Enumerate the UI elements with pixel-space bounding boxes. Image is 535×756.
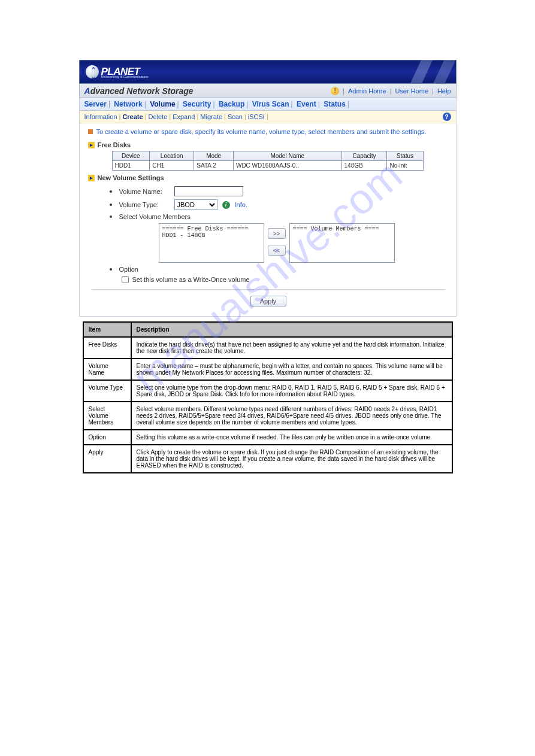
bullet-icon [110, 190, 112, 193]
bullet-icon [110, 268, 112, 271]
label-select-members: Select Volume Members [119, 213, 191, 220]
subtab-create[interactable]: Create [122, 113, 143, 120]
link-admin-home[interactable]: Admin Home [348, 87, 386, 95]
label-volume-name: Volume Name: [119, 188, 170, 195]
table-row: Select Volume MembersSelect volume membe… [83, 402, 452, 430]
header-links: ! | Admin Home | User Home | Help [331, 87, 451, 95]
bullet-icon [88, 129, 93, 134]
link-user-home[interactable]: User Home [395, 87, 428, 95]
table-row: HDD1 CH1 SATA 2 WDC WD1600AAJS-0.. 148GB… [112, 161, 423, 171]
table-row: Volume TypeSelect one volume type from t… [83, 380, 452, 402]
bullet-icon [110, 215, 112, 218]
title-bar: Advanced Network Storage ! | Admin Home … [79, 84, 457, 98]
brand-subtitle: Networking & Communication [101, 75, 149, 78]
table-row: OptionSetting this volume as a write-onc… [83, 430, 452, 445]
label-option: Option [119, 266, 138, 273]
remove-member-button[interactable]: << [268, 245, 286, 256]
description-table: Item Description Free DisksIndicate the … [83, 321, 453, 473]
label-volume-type: Volume Type: [119, 201, 170, 208]
free-disks-listbox[interactable]: ====== Free Disks ====== HDD1 - 148GB [159, 223, 264, 263]
volume-members-listbox[interactable]: ==== Volume Members ==== [289, 223, 395, 263]
subtab-delete[interactable]: Delete [149, 113, 168, 120]
tab-virus-scan[interactable]: Virus Scan [252, 100, 289, 108]
tabs-main: Server| Network| Volume| Security| Backu… [80, 98, 456, 111]
subtab-iscsi[interactable]: iSCSI [248, 113, 265, 120]
col-device: Device [112, 151, 150, 161]
subtab-scan[interactable]: Scan [228, 113, 243, 120]
main-panel: Server| Network| Volume| Security| Backu… [79, 98, 457, 317]
write-once-checkbox[interactable] [122, 276, 129, 283]
tab-backup[interactable]: Backup [219, 100, 244, 108]
col-status: Status [387, 151, 423, 161]
table-row: ApplyClick Apply to create the volume or… [83, 445, 452, 473]
tab-security[interactable]: Security [183, 100, 211, 108]
volume-type-select[interactable]: JBOD [174, 199, 217, 210]
arrow-icon: ▸ [88, 142, 95, 148]
arrow-icon: ▸ [88, 175, 95, 181]
write-once-label: Set this volume as a Write-Once volume [132, 276, 250, 283]
section-new-volume: ▸ New Volume Settings [88, 174, 449, 181]
subtab-expand[interactable]: Expand [173, 113, 195, 120]
tabs-sub: Information| Create| Delete| Expand| Mig… [80, 111, 456, 123]
col-mode: Mode [194, 151, 234, 161]
tab-volume[interactable]: Volume [150, 100, 175, 108]
section-free-disks: ▸ Free Disks [88, 141, 449, 148]
tab-event[interactable]: Event [297, 100, 316, 108]
info-icon[interactable]: i [222, 201, 230, 209]
bullet-icon [110, 204, 112, 206]
subtab-migrate[interactable]: Migrate [200, 113, 222, 120]
free-disks-table: Device Location Mode Model Name Capacity… [112, 151, 424, 171]
add-member-button[interactable]: >> [268, 228, 286, 239]
help-icon[interactable]: ? [443, 113, 451, 121]
info-link[interactable]: Info. [235, 201, 247, 208]
tab-server[interactable]: Server [84, 100, 107, 108]
tab-status[interactable]: Status [324, 100, 346, 108]
divider [92, 289, 445, 290]
tab-network[interactable]: Network [114, 100, 142, 108]
alert-icon[interactable]: ! [331, 87, 339, 95]
page-title: Advanced Network Storage [84, 86, 194, 96]
table-row: Volume NameEnter a volume name – must be… [83, 359, 452, 380]
instruction-text: To create a volume or spare disk, specif… [88, 128, 449, 135]
table-row: Free DisksIndicate the hard disk drive(s… [83, 337, 452, 359]
volume-name-input[interactable] [174, 186, 243, 196]
apply-button[interactable]: Apply [250, 296, 286, 306]
header-banner: PLANET Networking & Communication [79, 60, 457, 84]
col-model: Model Name [233, 151, 341, 161]
banner-decoration [390, 60, 456, 83]
globe-icon [86, 65, 99, 78]
subtab-information[interactable]: Information [84, 113, 117, 120]
col-item: Item [83, 322, 131, 337]
link-help[interactable]: Help [437, 87, 451, 95]
col-location: Location [150, 151, 194, 161]
col-description: Description [131, 322, 452, 337]
col-capacity: Capacity [341, 151, 387, 161]
member-picker: ====== Free Disks ====== HDD1 - 148GB >>… [159, 223, 449, 263]
